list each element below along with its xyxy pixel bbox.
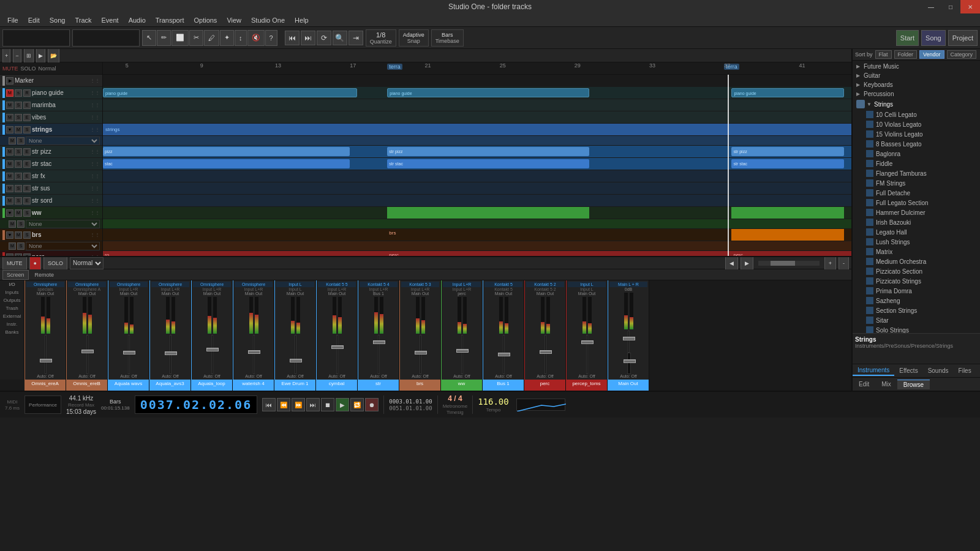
mixer-mute-btn[interactable]: MUTE — [2, 256, 27, 271]
track-m-str-stac[interactable]: M — [6, 160, 13, 168]
fader-knob-kontakt_52[interactable] — [540, 350, 552, 354]
menu-song[interactable]: Song — [45, 15, 70, 25]
menu-studioone[interactable]: Studio One — [246, 15, 290, 25]
trans-next-btn[interactable]: ⏭ — [306, 398, 320, 411]
trans-stop-btn[interactable]: ⏹ — [321, 398, 334, 411]
track-handle-ww[interactable]: ⋮⋮ — [90, 210, 100, 216]
track-s-str-stac[interactable]: S — [15, 160, 22, 168]
menu-edit[interactable]: Edit — [23, 15, 45, 25]
track-m-str-fx[interactable]: M — [6, 173, 13, 180]
track-arm-piano[interactable]: R — [23, 89, 31, 97]
tool-erase[interactable]: ⬜ — [172, 30, 189, 46]
fader-knob-kontakt_54[interactable] — [373, 340, 385, 344]
strings-item-10[interactable]: Hammer Dulcimer — [854, 208, 979, 217]
add-track-btn[interactable]: + — [2, 49, 10, 64]
trans-play-btn[interactable]: ▶ — [336, 398, 349, 411]
strings-item-14[interactable]: Matrix — [854, 247, 979, 257]
mixer-scrollbar[interactable] — [758, 261, 820, 266]
menu-transport[interactable]: Transport — [151, 15, 189, 25]
track-handle-str-stac[interactable]: ⋮⋮ — [90, 161, 100, 167]
tool-volume[interactable]: 🔇 — [247, 30, 265, 46]
track-s-strings-sub[interactable]: S — [17, 137, 24, 144]
fader-knob-main_out[interactable] — [623, 337, 635, 340]
strings-item-15[interactable]: Medium Orchestra — [854, 257, 979, 266]
clip-str-pizz-2[interactable]: str pizz — [387, 147, 589, 156]
strings-item-5[interactable]: Fiddle — [854, 159, 979, 168]
channel-label-kontakt_55[interactable]: cymbal — [316, 380, 358, 391]
track-handle-marker[interactable]: ⋮⋮ — [90, 78, 100, 83]
mixer-mode-select[interactable]: Normal — [70, 257, 104, 269]
start-btn[interactable]: Start — [896, 30, 919, 46]
strings-item-21[interactable]: Sitar — [854, 315, 979, 325]
fader-knob-aquala_waves[interactable] — [123, 351, 135, 354]
strings-item-3[interactable]: 8 Basses Legato — [854, 139, 979, 149]
channel-label-input_l[interactable]: Ewe Drum 1 — [274, 380, 316, 391]
maximize-btn[interactable]: □ — [941, 0, 960, 13]
sort-folder-btn[interactable]: Folder — [894, 50, 918, 59]
channel-label-kontakt_52[interactable]: perc — [524, 380, 566, 391]
clip-piano-3[interactable]: piano guide — [731, 88, 843, 97]
tab-pool[interactable]: Pool — [976, 366, 980, 375]
track-m-strings[interactable]: M — [15, 126, 22, 133]
track-e-str-sus[interactable]: E — [23, 185, 31, 192]
clip-ww-2[interactable] — [731, 207, 843, 219]
track-m-str-sord[interactable]: M — [6, 197, 13, 204]
loop-btn[interactable]: ⟳ — [317, 31, 331, 45]
forward-btn[interactable]: ⏭ — [301, 31, 315, 45]
strings-item-22[interactable]: Solo Strings — [854, 325, 979, 333]
mixer-solo-btn[interactable]: SOLO — [43, 256, 67, 271]
channel-label-perc_ch[interactable]: ww — [441, 380, 483, 391]
strings-item-20[interactable]: Section Strings — [854, 305, 979, 315]
mixer-scroll-left[interactable]: ◀ — [725, 256, 738, 271]
strings-item-11[interactable]: Irish Bazouki — [854, 217, 979, 227]
tree-guitar[interactable]: ▶ Guitar — [854, 71, 979, 80]
tool-draw[interactable]: ✏ — [157, 30, 171, 46]
tool-mute[interactable]: ✦ — [220, 30, 234, 46]
close-btn[interactable]: ✕ — [960, 0, 980, 13]
track-e-str-pizz[interactable]: E — [23, 148, 31, 156]
zoom-btn[interactable]: 🔍 — [333, 31, 347, 45]
track-s-brs-sub[interactable]: S — [17, 242, 24, 250]
tool-help[interactable]: ? — [265, 30, 277, 46]
strings-item-8[interactable]: Full Detache — [854, 188, 979, 198]
track-send-brs-sub[interactable]: None — [26, 242, 100, 250]
channel-label-omni_b[interactable]: Omnis_ereB — [66, 380, 108, 391]
track-handle-str-sord[interactable]: ⋮⋮ — [90, 198, 100, 203]
rewind-btn[interactable]: ⏮ — [285, 31, 300, 45]
strings-item-2[interactable]: 15 Violins Legato — [854, 129, 979, 139]
fader-knob-kontakt_53[interactable] — [415, 351, 427, 354]
tree-percussion[interactable]: ▶ Percussion — [854, 89, 979, 99]
timebase-group[interactable]: Bars Timebase — [431, 29, 464, 47]
channel-label-aquala_avs3[interactable]: Aquala_avs3 — [149, 380, 191, 391]
track-s-perc[interactable]: S — [23, 253, 31, 257]
tool-pitch[interactable]: ↕ — [235, 30, 247, 46]
track-s-ww-sub[interactable]: S — [17, 220, 24, 228]
channel-label-perc_epic[interactable]: Bus 1 — [483, 380, 524, 391]
track-e-str-stac[interactable]: E — [23, 160, 31, 168]
track-send-ww-sub[interactable]: None — [26, 220, 100, 228]
strings-item-7[interactable]: FM Strings — [854, 178, 979, 188]
track-m-perc[interactable]: M — [15, 253, 22, 257]
fader-knob-r-main[interactable] — [624, 359, 636, 363]
tree-strings[interactable]: ▼ Strings — [854, 99, 979, 110]
solo-btn[interactable]: SOLO — [21, 66, 36, 72]
track-send-strings-sub[interactable]: None — [26, 137, 100, 145]
channel-label-input_l2[interactable]: percep_toms — [566, 380, 608, 391]
track-handle-str-fx[interactable]: ⋮⋮ — [90, 173, 100, 179]
snap-group[interactable]: Adaptive Snap — [399, 29, 429, 47]
strings-item-13[interactable]: Lush Strings — [854, 237, 979, 247]
channel-label-aquala_loop[interactable]: Aquala_loop — [191, 380, 233, 391]
fader-knob-input_l[interactable] — [290, 359, 302, 362]
channel-label-waterish_4[interactable]: waterish 4 — [233, 380, 274, 391]
track-s-str-fx[interactable]: S — [15, 173, 22, 180]
track-e-marimba[interactable]: E — [23, 102, 31, 109]
track-handle-str-sus[interactable]: ⋮⋮ — [90, 186, 100, 191]
fader-knob-omni_b[interactable] — [81, 350, 94, 353]
project-btn[interactable]: Project — [948, 30, 978, 46]
menu-help[interactable]: Help — [290, 15, 314, 25]
fader-knob-kontakt_55[interactable] — [331, 345, 344, 349]
track-m-marimba[interactable]: M — [6, 102, 13, 109]
clip-piano-2[interactable]: piano guide — [387, 88, 589, 97]
sort-flat-btn[interactable]: Flat — [875, 50, 892, 59]
preset-box-1[interactable] — [2, 29, 70, 47]
